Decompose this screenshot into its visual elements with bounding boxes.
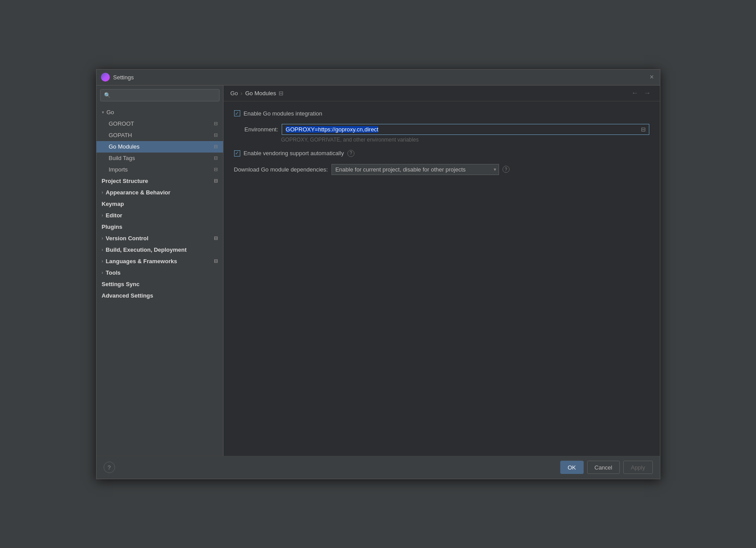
close-button[interactable]: × xyxy=(648,74,655,81)
settings-content: Enable Go modules integration Environmen… xyxy=(223,101,660,456)
sidebar: 🔍 ▾ Go GOROOT ⊟ GOPATH ⊟ Go Modul xyxy=(97,86,223,456)
sidebar-item-settings-sync[interactable]: Settings Sync xyxy=(97,279,223,290)
chevron-down-icon: ▾ xyxy=(102,110,104,115)
sidebar-item-gopath[interactable]: GOPATH ⊟ xyxy=(97,130,223,141)
settings-dialog: Settings × 🔍 ▾ Go GOROOT ⊟ xyxy=(96,69,660,479)
sidebar-item-settings-sync-label: Settings Sync xyxy=(102,281,140,287)
sidebar-item-plugins[interactable]: Plugins xyxy=(97,221,223,233)
enable-integration-label: Enable Go modules integration xyxy=(244,110,323,117)
settings-icon: ⊟ xyxy=(214,167,218,172)
search-box[interactable]: 🔍 xyxy=(100,89,220,101)
settings-icon: ⊟ xyxy=(214,121,218,127)
sidebar-item-project-structure-label: Project Structure xyxy=(102,178,148,184)
chevron-right-icon: › xyxy=(102,259,103,264)
environment-row: Environment: ⊟ xyxy=(245,124,649,135)
chevron-right-icon: › xyxy=(102,247,103,252)
help-button[interactable]: ? xyxy=(104,462,115,473)
sidebar-item-languages-label: Languages & Frameworks xyxy=(106,258,177,265)
apply-button[interactable]: Apply xyxy=(623,461,653,474)
sidebar-item-build-label: Build, Execution, Deployment xyxy=(106,246,186,253)
breadcrumb-current: Go Modules xyxy=(245,90,276,97)
sidebar-item-gopath-label: GOPATH xyxy=(109,132,132,138)
enable-integration-checkbox[interactable] xyxy=(234,110,240,116)
download-deps-row: Download Go module dependencies: Enable … xyxy=(234,164,649,175)
enable-vendoring-checkbox[interactable] xyxy=(234,150,240,157)
back-arrow[interactable]: ← xyxy=(630,89,641,97)
sidebar-item-plugins-label: Plugins xyxy=(102,224,123,230)
sidebar-item-gomodules[interactable]: Go Modules ⊟ xyxy=(97,141,223,153)
sidebar-item-appearance[interactable]: › Appearance & Behavior xyxy=(97,187,223,198)
footer-left: ? xyxy=(104,462,115,473)
chevron-right-icon: › xyxy=(102,190,103,195)
enable-vendoring-label: Enable vendoring support automatically xyxy=(244,150,344,157)
sidebar-item-editor-label: Editor xyxy=(106,212,123,219)
sidebar-item-goroot[interactable]: GOROOT ⊟ xyxy=(97,118,223,130)
search-icon: 🔍 xyxy=(104,92,111,98)
sidebar-item-buildtags-label: Build Tags xyxy=(109,155,135,161)
sidebar-item-project-structure[interactable]: Project Structure ⊟ xyxy=(97,175,223,187)
settings-icon: ⊟ xyxy=(214,144,218,149)
sidebar-item-advanced-label: Advanced Settings xyxy=(102,292,153,299)
sidebar-item-imports-label: Imports xyxy=(109,166,128,173)
settings-icon: ⊟ xyxy=(214,132,218,138)
ok-button[interactable]: OK xyxy=(560,461,584,474)
sidebar-item-build[interactable]: › Build, Execution, Deployment xyxy=(97,244,223,256)
settings-icon: ⊟ xyxy=(214,258,218,264)
environment-input-container: ⊟ xyxy=(282,124,649,135)
settings-icon: ⊟ xyxy=(214,235,218,241)
nav-tree: ▾ Go GOROOT ⊟ GOPATH ⊟ Go Modules ⊟ Buil… xyxy=(97,105,223,456)
title-bar: Settings × xyxy=(97,70,660,86)
chevron-right-icon: › xyxy=(102,213,103,218)
forward-arrow[interactable]: → xyxy=(642,89,653,97)
pin-icon[interactable]: ⊟ xyxy=(279,90,283,97)
footer: ? OK Cancel Apply xyxy=(97,456,660,479)
search-input[interactable] xyxy=(113,92,216,98)
breadcrumb-separator: › xyxy=(241,90,242,97)
settings-icon: ⊟ xyxy=(214,155,218,161)
sidebar-item-go-label: Go xyxy=(107,109,114,116)
environment-hint: GOPROXY, GOPRIVATE, and other environmen… xyxy=(245,137,649,143)
main-panel: Go › Go Modules ⊟ ← → Enable Go modules … xyxy=(223,86,660,456)
sidebar-item-tools[interactable]: › Tools xyxy=(97,267,223,279)
sidebar-item-gomodules-label: Go Modules xyxy=(109,143,140,150)
download-label: Download Go module dependencies: xyxy=(234,166,328,173)
download-dropdown[interactable]: Enable for current project, disable for … xyxy=(331,164,499,175)
sidebar-item-tools-label: Tools xyxy=(106,269,121,276)
sidebar-item-editor[interactable]: › Editor xyxy=(97,210,223,221)
environment-input[interactable] xyxy=(282,124,649,135)
environment-label: Environment: xyxy=(245,126,279,133)
breadcrumb: Go › Go Modules ⊟ ← → xyxy=(223,86,660,101)
breadcrumb-parent: Go xyxy=(231,90,238,97)
sidebar-item-keymap-label: Keymap xyxy=(102,201,124,207)
sidebar-item-go[interactable]: ▾ Go xyxy=(97,107,223,118)
sidebar-item-buildtags[interactable]: Build Tags ⊟ xyxy=(97,153,223,164)
environment-section: Environment: ⊟ GOPROXY, GOPRIVATE, and o… xyxy=(234,124,649,143)
sidebar-item-advanced[interactable]: Advanced Settings xyxy=(97,290,223,302)
enable-integration-row: Enable Go modules integration xyxy=(234,110,649,117)
sidebar-item-vcs-label: Version Control xyxy=(106,235,149,242)
enable-vendoring-row: Enable vendoring support automatically ? xyxy=(234,150,649,157)
sidebar-item-imports[interactable]: Imports ⊟ xyxy=(97,164,223,175)
settings-icon: ⊟ xyxy=(214,178,218,184)
sidebar-item-keymap[interactable]: Keymap xyxy=(97,198,223,210)
download-help-icon[interactable]: ? xyxy=(503,166,510,173)
app-icon xyxy=(101,73,110,82)
chevron-right-icon: › xyxy=(102,236,103,241)
dialog-title: Settings xyxy=(113,74,645,81)
nav-arrows: ← → xyxy=(630,89,653,97)
chevron-right-icon: › xyxy=(102,270,103,275)
sidebar-item-vcs[interactable]: › Version Control ⊟ xyxy=(97,233,223,244)
vendoring-help-icon[interactable]: ? xyxy=(347,150,354,157)
sidebar-item-appearance-label: Appearance & Behavior xyxy=(106,189,171,196)
sidebar-item-languages[interactable]: › Languages & Frameworks ⊟ xyxy=(97,256,223,267)
env-edit-button[interactable]: ⊟ xyxy=(640,125,648,133)
content-area: 🔍 ▾ Go GOROOT ⊟ GOPATH ⊟ Go Modul xyxy=(97,86,660,456)
download-dropdown-wrap: Enable for current project, disable for … xyxy=(331,164,499,175)
cancel-button[interactable]: Cancel xyxy=(587,461,620,474)
sidebar-item-goroot-label: GOROOT xyxy=(109,120,134,127)
